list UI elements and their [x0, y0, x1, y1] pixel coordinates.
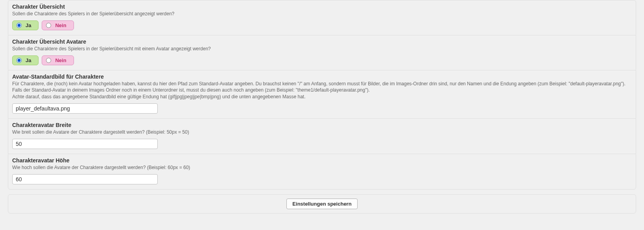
- setting-title: Charakter Übersicht Avatare: [12, 39, 632, 45]
- setting-title: Charakter Übersicht: [12, 4, 632, 10]
- setting-row-default-avatar: Avatar-Standardbild für Charaktere Für C…: [8, 70, 636, 118]
- radio-group-char-overview-avatars: Ja Nein: [12, 55, 632, 65]
- setting-row-char-overview-avatars: Charakter Übersicht Avatare Sollen die C…: [8, 35, 636, 70]
- setting-description: Wie breit sollen die Avatare der Charakt…: [12, 129, 632, 136]
- setting-title: Charakteravatar Höhe: [12, 157, 632, 164]
- radio-group-char-overview: Ja Nein: [12, 20, 632, 30]
- avatar-width-input[interactable]: [12, 139, 158, 149]
- radio-no[interactable]: Nein: [42, 20, 74, 30]
- settings-panel: Charakter Übersicht Sollen die Charakter…: [8, 0, 636, 190]
- setting-description: Wie hoch sollen die Avatare der Charakte…: [12, 164, 632, 171]
- radio-yes[interactable]: Ja: [12, 55, 39, 65]
- radio-yes-label: Ja: [26, 57, 31, 63]
- setting-description: Für Charaktere, die (noch) kein Avatar h…: [12, 81, 632, 100]
- radio-no[interactable]: Nein: [42, 55, 74, 65]
- setting-title: Avatar-Standardbild für Charaktere: [12, 74, 632, 80]
- radio-yes[interactable]: Ja: [12, 20, 39, 30]
- radio-no-label: Nein: [55, 22, 66, 28]
- setting-description-line: Achte darauf, dass das angegebene Standa…: [12, 94, 305, 99]
- setting-description: Sollen die Charaktere des Spielers in de…: [12, 11, 632, 17]
- setting-row-avatar-width: Charakteravatar Breite Wie breit sollen …: [8, 118, 636, 154]
- default-avatar-input[interactable]: [12, 103, 158, 114]
- radio-yes-label: Ja: [26, 22, 31, 28]
- radio-no-label: Nein: [55, 57, 66, 63]
- setting-row-char-overview: Charakter Übersicht Sollen die Charakter…: [8, 0, 636, 35]
- avatar-height-input[interactable]: [12, 174, 158, 184]
- setting-row-avatar-height: Charakteravatar Höhe Wie hoch sollen die…: [8, 154, 636, 189]
- setting-title: Charakteravatar Breite: [12, 122, 632, 128]
- setting-description-line: Für Charaktere, die (noch) kein Avatar h…: [12, 81, 626, 93]
- save-bar: Einstellungen speichern: [8, 194, 636, 213]
- setting-description: Sollen die Charaktere des Spielers in de…: [12, 46, 632, 52]
- save-button[interactable]: Einstellungen speichern: [286, 199, 357, 209]
- radio-yes-input[interactable]: [17, 23, 22, 28]
- radio-no-input[interactable]: [46, 23, 51, 28]
- radio-no-input[interactable]: [46, 58, 51, 63]
- radio-yes-input[interactable]: [17, 58, 22, 63]
